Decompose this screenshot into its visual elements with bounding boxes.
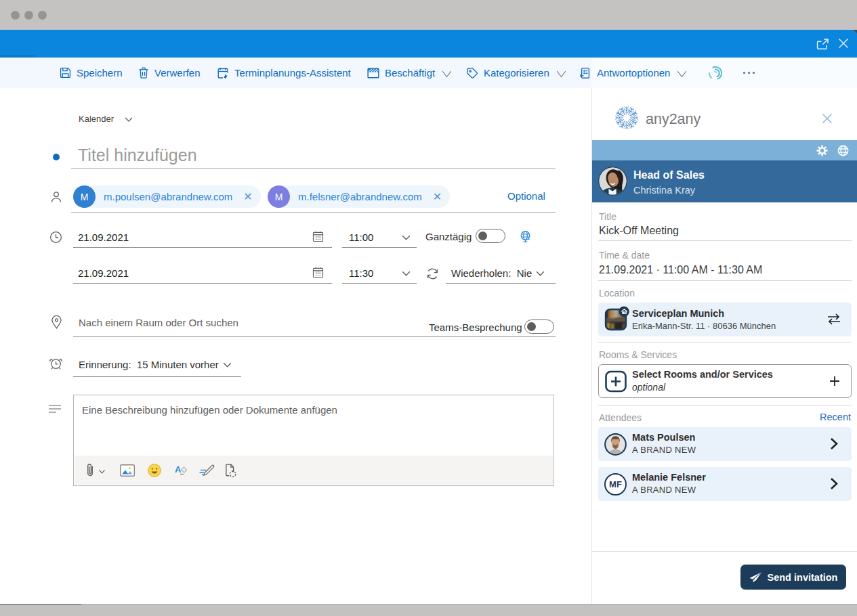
svg-text:A: A: [175, 464, 182, 475]
